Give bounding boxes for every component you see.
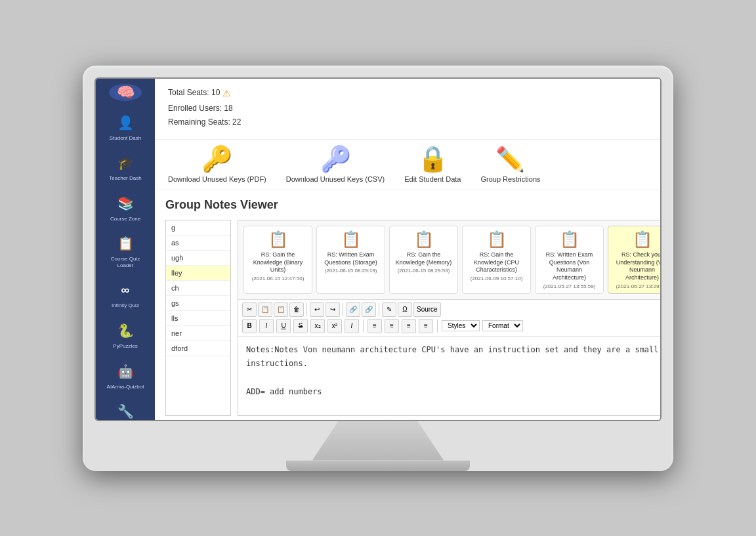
group-notes-section: Group Notes Viewer g as ugh lley ch gs l… (155, 190, 660, 420)
toolbar-row-2: B I U S x₂ x² I ≡ ≡ (242, 319, 660, 333)
assignment-date: (2021-05-27 13:55:59) (539, 283, 599, 289)
ordered-list-button[interactable]: ≡ (385, 319, 399, 333)
student-list-item[interactable]: g (166, 220, 230, 236)
assignment-card-1[interactable]: 📋 RS: Gain the Knowledge (Binary Units) … (243, 226, 312, 294)
student-list-item[interactable]: gs (166, 296, 230, 311)
assignment-title: RS: Gain the Knowledge (CPU Characterist… (467, 251, 526, 274)
pypuzzles-icon: 🐍 (114, 320, 136, 342)
paste-button[interactable]: 📋 (274, 302, 288, 317)
source-button[interactable]: Source (413, 302, 441, 317)
undo-button[interactable]: ↩ (310, 302, 324, 317)
group-restrictions-button[interactable]: ✏️ Group Restrictions (480, 148, 540, 183)
sidebar-item-aiarma-quizbot[interactable]: 🤖 AIArma-Quizbot (100, 356, 151, 394)
assignment-cards-scroll[interactable]: 📋 RS: Gain the Knowledge (Binary Units) … (238, 220, 660, 300)
assignment-date: (2021-06-09 10:57:10) (467, 276, 526, 281)
warning-icon: ⚠ (222, 85, 231, 102)
student-list-item[interactable]: ner (166, 326, 230, 341)
sidebar-item-label: Teacher Dash (109, 175, 141, 182)
help-advice-icon: 🔧 (114, 400, 136, 421)
link-button[interactable]: 🔗 (346, 302, 360, 317)
assignment-card-3[interactable]: 📋 RS: Gain the Knowledge (Memory) (2021-… (389, 226, 458, 294)
separator (379, 303, 379, 316)
notes-layout: g as ugh lley ch gs lls ner dford (165, 220, 650, 416)
sidebar-item-pypuzzles[interactable]: 🐍 PyPuzzles (100, 316, 151, 354)
list-button[interactable]: ≡ (368, 319, 382, 333)
italic2-button[interactable]: I (345, 319, 359, 333)
student-list-item[interactable]: as (166, 236, 230, 251)
aiarma-quizbot-icon: 🤖 (114, 360, 136, 382)
student-dash-icon: 👤 (114, 112, 136, 134)
edit-button[interactable]: ✎ (382, 302, 396, 317)
sidebar-item-label: PyPuzzles (113, 343, 137, 350)
copy-button[interactable]: 📋 (258, 302, 272, 317)
student-list: g as ugh lley ch gs lls ner dford (165, 220, 231, 416)
strikethrough-button[interactable]: S (293, 319, 308, 333)
teacher-dash-icon: 🎓 (114, 152, 136, 174)
download-pdf-button[interactable]: 🔑 Download Unused Keys (PDF) (168, 146, 266, 183)
sidebar-item-course-zone[interactable]: 📚 Course Zone (100, 188, 151, 226)
sidebar-item-label: Course Quiz Loader (102, 256, 148, 268)
editor-toolbar: ✂ 📋 📋 🗑 ↩ ↪ 🔗 🔗 (238, 300, 660, 337)
separator (363, 320, 364, 333)
format-select[interactable]: Format (482, 320, 523, 331)
cut-button[interactable]: ✂ (242, 302, 257, 317)
outdent-button[interactable]: ≡ (419, 319, 433, 333)
sidebar-item-course-quiz-loader[interactable]: 📋 Course Quiz Loader (100, 228, 151, 272)
styles-select[interactable]: Styles (442, 320, 480, 331)
sidebar-item-help-advice[interactable]: 🔧 Help & Advice (100, 396, 151, 421)
editor-textarea[interactable]: Notes:Notes Von neumann architecture CPU… (238, 337, 660, 415)
group-restrictions-label: Group Restrictions (480, 175, 540, 183)
sidebar-item-student-dash[interactable]: 👤 Student Dash (100, 108, 151, 146)
student-list-item[interactable]: ch (166, 281, 230, 296)
assignment-title: RS: Gain the Knowledge (Binary Units) (248, 251, 308, 274)
edit-student-label: Edit Student Data (404, 175, 461, 183)
assignment-icon: 📋 (321, 230, 381, 249)
student-list-item[interactable]: lls (166, 311, 230, 326)
student-list-item[interactable]: ugh (166, 251, 230, 266)
unlink-button[interactable]: 🔗 (362, 302, 376, 317)
lock-icon: 🔒 (417, 146, 448, 171)
assignment-icon: 📋 (539, 230, 599, 249)
italic-button[interactable]: I (259, 319, 274, 333)
course-zone-icon: 📚 (114, 192, 136, 215)
edit-student-button[interactable]: 🔒 Edit Student Data (404, 146, 461, 183)
omega-button[interactable]: Ω (398, 302, 412, 317)
key-gold-icon: 🔑 (201, 146, 232, 171)
sidebar: 🧠 👤 Student Dash 🎓 Teacher Dash 📚 Course… (96, 79, 155, 420)
download-csv-button[interactable]: 🔑 Download Unused Keys (CSV) (286, 146, 385, 183)
monitor-stand (312, 421, 444, 461)
student-list-item[interactable]: dford (166, 341, 230, 356)
monitor-base (286, 461, 470, 471)
assignment-card-2[interactable]: 📋 RS: Written Exam Questions (Storage) (… (316, 226, 385, 294)
enrolled-users: Enrolled Users: 18 (168, 102, 647, 116)
sidebar-item-label: Course Zone (110, 216, 140, 222)
sidebar-item-label: AIArma-Quizbot (107, 384, 144, 390)
sidebar-item-infinity-quiz[interactable]: ∞ Infinity Quiz (100, 275, 151, 313)
course-quiz-loader-icon: 📋 (114, 232, 136, 255)
assignment-date: (2021-06-15 08:29:19) (321, 268, 381, 274)
sidebar-item-teacher-dash[interactable]: 🎓 Teacher Dash (100, 148, 151, 186)
action-icons-bar: 🔑 Download Unused Keys (PDF) 🔑 Download … (155, 140, 660, 190)
subscript-button[interactable]: x₂ (310, 319, 325, 333)
delete-button[interactable]: 🗑 (289, 302, 304, 317)
assignment-date: (2021-06-15 12:47:50) (248, 276, 308, 281)
assignment-card-5[interactable]: 📋 RS: Written Exam Questions (Von Neuman… (535, 226, 604, 294)
assignment-date: (2021-06-15 08:29:53) (394, 268, 453, 274)
indent-button[interactable]: ≡ (402, 319, 416, 333)
assignment-title: RS: Gain the Knowledge (Memory) (394, 251, 453, 266)
key-blue-icon: 🔑 (320, 146, 351, 171)
main-content: Total Seats: 10 ⚠ Enrolled Users: 18 Rem… (155, 79, 660, 420)
pencils-icon: ✏️ (495, 148, 525, 171)
student-list-item-active[interactable]: lley (166, 266, 230, 281)
superscript-button[interactable]: x² (327, 319, 342, 333)
assignment-card-4[interactable]: 📋 RS: Gain the Knowledge (CPU Characteri… (462, 226, 531, 294)
underline-button[interactable]: U (276, 319, 291, 333)
assignment-card-6-active[interactable]: 📋 RS: Check your Understanding (Von Neum… (608, 226, 660, 294)
total-seats: Total Seats: 10 ⚠ (168, 85, 647, 102)
redo-button[interactable]: ↪ (326, 302, 340, 317)
bold-button[interactable]: B (242, 319, 257, 333)
assignment-icon: 📋 (394, 230, 453, 249)
assignment-icon: 📋 (612, 230, 660, 249)
remaining-seats: Remaining Seats: 22 (168, 115, 647, 130)
download-pdf-label: Download Unused Keys (PDF) (168, 175, 266, 183)
